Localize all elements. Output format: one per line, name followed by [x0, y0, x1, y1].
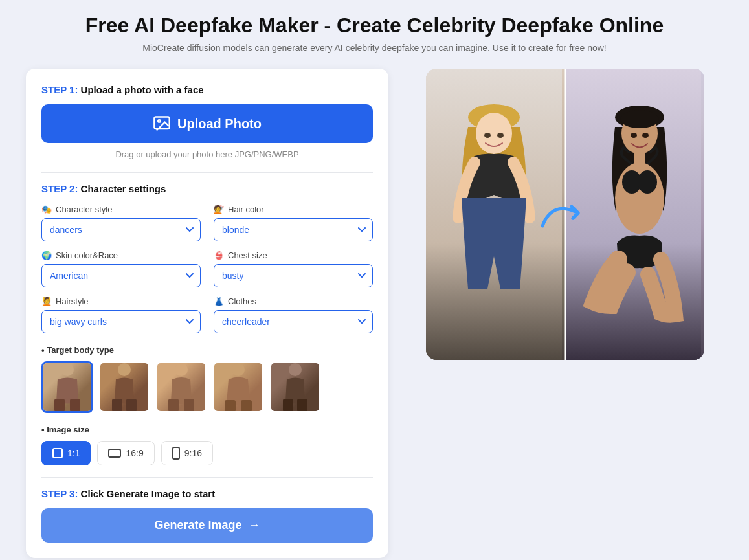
svg-rect-3 [54, 399, 65, 412]
svg-rect-9 [168, 399, 179, 412]
step3-section: STEP 3: Click Generate Image to start Ge… [41, 488, 373, 543]
skin-race-icon: 🌍 [41, 251, 52, 260]
hairstyle-icon: 💆 [41, 297, 52, 306]
preview-container [426, 69, 704, 360]
svg-point-8 [175, 363, 188, 376]
right-panel [407, 69, 723, 360]
character-style-label: 🎭 Character style [41, 205, 201, 214]
preview-after-image [565, 69, 704, 360]
skin-race-group: 🌍 Skin color&Race American Asian Europea… [41, 251, 201, 287]
step2-text: Character settings [81, 183, 166, 194]
body-type-grid [41, 361, 373, 413]
body-type-thumb-1[interactable] [41, 361, 93, 413]
body-type-label: Target body type [41, 345, 373, 355]
upload-hint: Drag or upload your photo here JPG/PNG/W… [41, 150, 373, 159]
body-type-thumb-3[interactable] [155, 361, 207, 413]
body-type-section: Target body type [41, 345, 373, 413]
svg-point-34 [615, 162, 664, 234]
svg-rect-18 [109, 449, 120, 457]
size-9-16-button[interactable]: 9:16 [161, 441, 213, 465]
square-icon [52, 448, 63, 458]
chest-size-group: 👙 Chest size busty slim average [214, 251, 373, 287]
chest-size-icon: 👙 [214, 251, 224, 260]
generate-btn-label: Generate Image [154, 519, 241, 532]
svg-point-23 [476, 113, 512, 154]
generate-btn-arrow: → [249, 519, 260, 532]
divider-2 [41, 477, 373, 478]
divider-1 [41, 172, 373, 173]
skin-race-label: 🌍 Skin color&Race [41, 251, 201, 260]
settings-grid: 🎭 Character style dancers model actress … [41, 205, 373, 333]
clothes-group: 👗 Clothes cheerleader casual formal [214, 297, 373, 333]
svg-point-25 [497, 133, 504, 138]
skin-race-select[interactable]: American Asian European [41, 264, 201, 287]
svg-point-11 [232, 363, 245, 376]
image-size-options: 1:1 16:9 9:16 [41, 441, 373, 465]
main-layout: STEP 1: Upload a photo with a face Uploa… [26, 69, 723, 558]
upload-photo-button[interactable]: Upload Photo [41, 104, 373, 143]
hairstyle-select[interactable]: big wavy curls straight short [41, 310, 201, 333]
before-figure-svg [426, 69, 562, 360]
chest-size-label: 👙 Chest size [214, 251, 373, 260]
svg-point-32 [642, 133, 649, 138]
svg-point-24 [484, 133, 491, 138]
size-1-1-label: 1:1 [67, 448, 80, 458]
body-type-thumb-5[interactable] [269, 361, 321, 413]
svg-rect-17 [53, 449, 62, 458]
image-size-section: Image size 1:1 16:9 [41, 425, 373, 465]
svg-point-14 [289, 363, 302, 376]
image-size-label: Image size [41, 425, 373, 434]
hairstyle-label: 💆 Hairstyle [41, 297, 201, 306]
svg-rect-15 [283, 399, 293, 412]
body-type-thumb-2[interactable] [98, 361, 150, 413]
character-style-select[interactable]: dancers model actress [41, 218, 201, 241]
svg-point-31 [631, 133, 637, 138]
page-title: Free AI Deepfake Maker - Create Celebrit… [26, 13, 723, 38]
size-1-1-button[interactable]: 1:1 [41, 441, 91, 465]
chest-size-select[interactable]: busty slim average [214, 264, 373, 287]
clothes-label: 👗 Clothes [214, 297, 373, 306]
svg-rect-7 [126, 399, 137, 412]
page-subtitle: MioCreate diffusion models can generate … [26, 43, 723, 53]
size-16-9-button[interactable]: 16:9 [97, 441, 154, 465]
svg-rect-6 [112, 399, 122, 412]
body-type-thumb-4[interactable] [212, 361, 264, 413]
svg-rect-13 [241, 400, 252, 412]
svg-point-5 [118, 363, 131, 376]
step3-header: STEP 3: Click Generate Image to start [41, 488, 373, 499]
svg-rect-19 [173, 447, 179, 459]
svg-rect-4 [70, 399, 80, 412]
svg-point-30 [620, 110, 659, 128]
character-style-icon: 🎭 [41, 205, 52, 214]
hair-color-icon: 💇 [214, 205, 224, 214]
clothes-icon: 👗 [214, 297, 224, 306]
preview-before-image [426, 69, 565, 360]
step1-number: STEP 1: [41, 84, 78, 95]
svg-point-2 [61, 363, 74, 376]
svg-point-36 [638, 170, 657, 194]
upload-btn-label: Upload Photo [177, 117, 262, 131]
generate-image-button[interactable]: Generate Image → [41, 508, 373, 543]
svg-rect-10 [184, 399, 194, 412]
hair-color-group: 💇 Hair color blonde brunette black [214, 205, 373, 241]
step1-header: STEP 1: Upload a photo with a face [41, 84, 373, 95]
clothes-select[interactable]: cheerleader casual formal [214, 310, 373, 333]
step3-text: Click Generate Image to start [81, 488, 216, 499]
svg-point-1 [158, 120, 161, 123]
svg-rect-16 [297, 399, 307, 412]
svg-rect-12 [225, 400, 236, 412]
hair-color-select[interactable]: blonde brunette black [214, 218, 373, 241]
step1-text: Upload a photo with a face [81, 84, 204, 95]
hairstyle-group: 💆 Hairstyle big wavy curls straight shor… [41, 297, 201, 333]
after-figure-svg [565, 69, 701, 360]
step2-number: STEP 2: [41, 183, 78, 194]
character-style-group: 🎭 Character style dancers model actress [41, 205, 201, 241]
upload-icon [153, 115, 171, 133]
step3-number: STEP 3: [41, 488, 78, 499]
svg-rect-0 [154, 117, 169, 129]
hair-color-label: 💇 Hair color [214, 205, 373, 214]
size-9-16-label: 9:16 [184, 448, 202, 458]
portrait-icon [172, 447, 180, 460]
landscape-icon [108, 449, 121, 458]
step2-header: STEP 2: Character settings [41, 183, 373, 194]
